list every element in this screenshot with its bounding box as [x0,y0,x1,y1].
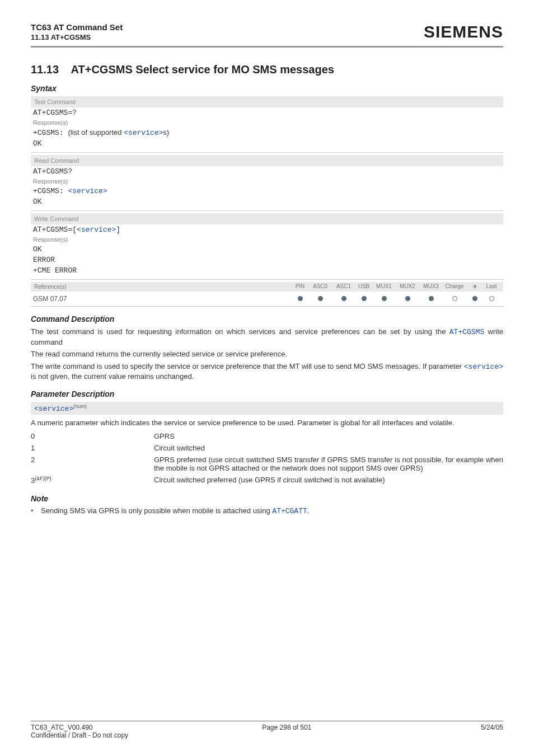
param-row: 3(&F)(P)Circuit switched preferred (use … [31,474,503,486]
dot-empty-icon [452,296,457,301]
param-desc-heading: Parameter Description [31,389,503,398]
separator [31,210,503,211]
siemens-logo: SIEMENS [424,22,503,41]
header-text: TC63 AT Command Set 11.13 AT+CGSMS [31,22,123,41]
param-value: GPRS [154,430,503,442]
atcgatt-link[interactable]: AT+CGATT [272,507,307,515]
col-usb: USB [355,283,372,290]
resp-prefix: +CGSMS: [33,187,68,195]
dot-filled-icon [429,296,434,301]
ref-value-dot [419,295,443,303]
cmd-desc-heading: Command Description [31,314,503,323]
section-number: 11.13 [31,63,59,76]
service-link[interactable]: <service> [464,363,503,371]
header-divider [31,46,503,48]
param-key: 1 [31,442,154,454]
col-asc0: ASC0 [308,283,332,290]
ref-value-dot [466,295,483,303]
dot-filled-icon [318,296,323,301]
col-pin: PIN [292,283,308,290]
param-name[interactable]: <service> [34,405,73,413]
response-label: Response(s) [31,177,503,186]
cmd-desc-p2: The read command returns the currently s… [31,349,503,359]
response-label: Response(s) [31,235,503,244]
doc-title: TC63 AT Command Set [31,22,123,32]
separator [31,306,503,307]
section-heading: AT+CGSMS Select service for MO SMS messa… [71,63,334,76]
footer-left1: TC63_ATC_V00.490 [31,724,93,731]
section-title: 11.13 AT+CGSMS Select service for MO SMS… [31,63,503,76]
param-row: 1Circuit switched [31,442,503,454]
write-command-text: AT+CGSMS=[<service>] [31,224,503,235]
dot-filled-icon [382,296,387,301]
param-value: Circuit switched [154,442,503,454]
note-b: . [307,506,310,515]
p1a: The test command is used for requesting … [31,327,449,336]
read-command-label: Read Command [31,155,503,166]
resp-mid1: (list of supported [68,128,124,137]
bullet-icon: • [31,506,41,515]
reference-label: Reference(s) [34,284,292,290]
footer-left2: Confidential / Draft - Do not copy [31,731,503,739]
param-intro: A numeric parameter which indicates the … [31,418,503,428]
param-name-box: <service>(num) [31,402,503,415]
service-link[interactable]: <service> [77,226,116,234]
dot-filled-icon [472,296,477,301]
ref-value-dot [292,295,308,303]
ref-value-dot [483,295,500,303]
param-key-sup: (&F)(P) [35,476,51,481]
param-key: 3(&F)(P) [31,474,154,486]
col-airplane-icon: ✈ [466,283,483,290]
atcgsms-link[interactable]: AT+CGSMS [449,328,484,336]
dot-filled-icon [298,296,303,301]
ref-value-dot [372,295,396,303]
page-footer: TC63_ATC_V00.490 Page 298 of 501 5/24/05… [31,721,503,739]
param-value: Circuit switched preferred (use GPRS if … [154,474,503,486]
note-text: Sending SMS via GPRS is only possible wh… [41,506,309,515]
note-bullet: • Sending SMS via GPRS is only possible … [31,506,503,515]
footer-center: Page 298 of 501 [262,724,311,731]
write-command-block: Write Command AT+CGSMS=[<service>] Respo… [31,213,503,276]
col-last: Last [483,283,500,290]
ref-value-dot [396,295,419,303]
reference-cols: PIN ASC0 ASC1 USB MUX1 MUX2 MUX3 Charge … [292,283,500,290]
param-sup: (num) [73,403,87,409]
read-response-ok: OK [31,196,503,207]
resp-mid2: s) [163,128,169,137]
param-key: 2 [31,454,154,474]
reference-value-label: GSM 07.07 [33,295,292,303]
page-header: TC63 AT Command Set 11.13 AT+CGSMS SIEME… [31,22,503,41]
param-row: 2GPRS preferred (use circuit switched SM… [31,454,503,474]
col-mux2: MUX2 [396,283,419,290]
write-response-error: ERROR [31,255,503,265]
col-mux3: MUX3 [419,283,443,290]
cmd-desc-p1: The test command is used for requesting … [31,327,503,347]
dot-filled-icon [405,296,410,301]
ref-value-dot [443,295,466,303]
dot-empty-icon [489,296,494,301]
test-command-block: Test Command AT+CGSMS=? Response(s) +CGS… [31,96,503,149]
write-command-label: Write Command [31,213,503,224]
note-a: Sending SMS via GPRS is only possible wh… [41,506,272,515]
doc-subtitle: 11.13 AT+CGSMS [31,33,123,41]
separator [31,152,503,153]
cmd-desc-p3: The write command is used to specify the… [31,361,503,382]
test-response-1: +CGSMS: (list of supported <service>s) [31,127,503,138]
reference-value-cols [292,295,500,303]
test-command-label: Test Command [31,96,503,107]
service-link[interactable]: <service> [124,129,163,137]
reference-value-row: GSM 07.07 [31,292,503,304]
syntax-heading: Syntax [31,84,503,93]
ref-value-dot [308,295,332,303]
footer-right: 5/24/05 [481,724,503,731]
param-key: 0 [31,430,154,442]
param-table: 0GPRS1Circuit switched2GPRS preferred (u… [31,430,503,486]
dot-filled-icon [362,296,367,301]
read-command-text: AT+CGSMS? [31,166,503,177]
param-value: GPRS preferred (use circuit switched SMS… [154,454,503,474]
reference-header-row: Reference(s) PIN ASC0 ASC1 USB MUX1 MUX2… [31,282,503,292]
read-command-block: Read Command AT+CGSMS? Response(s) +CGSM… [31,155,503,207]
test-response-ok: OK [31,138,503,149]
service-link[interactable]: <service> [68,187,107,195]
resp-prefix: +CGSMS: [33,129,68,137]
